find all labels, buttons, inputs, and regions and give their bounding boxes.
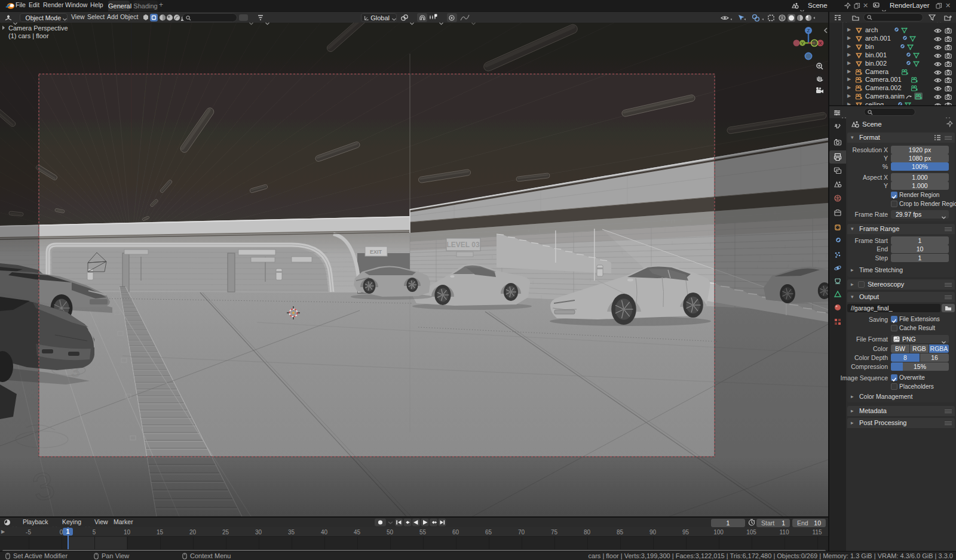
svg-text:X: X: [819, 41, 822, 46]
svg-text:(1) cars | floor: (1) cars | floor: [8, 32, 49, 39]
svg-text:EXIT: EXIT: [370, 249, 382, 255]
svg-text:Z: Z: [807, 28, 810, 33]
svg-text:LEVEL 03: LEVEL 03: [446, 241, 479, 249]
svg-text:Y: Y: [801, 41, 804, 46]
